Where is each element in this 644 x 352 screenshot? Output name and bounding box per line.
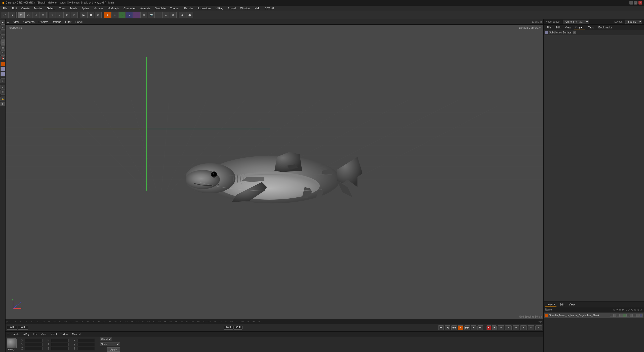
tab-layers[interactable]: Layers <box>545 302 556 306</box>
vp-menu-options[interactable]: Options <box>51 20 62 23</box>
tab-bookmarks[interactable]: Bookmarks <box>597 25 614 29</box>
layerkey-button[interactable]: ⊟ <box>513 325 519 330</box>
scale-x-input[interactable] <box>77 339 95 342</box>
layer-icon-e[interactable] <box>636 314 639 317</box>
menu-vray[interactable]: V-Ray <box>214 6 225 10</box>
record-button[interactable]: ● <box>487 325 491 330</box>
tool-stack[interactable]: ☰ <box>1 90 5 95</box>
render-view[interactable]: ▶ <box>80 12 87 18</box>
rotate-tool-button[interactable]: ↺ <box>32 12 39 18</box>
tab-create[interactable]: Create <box>11 333 20 336</box>
menu-character[interactable]: Character <box>122 6 138 10</box>
tool-magnet[interactable]: 🧲 <box>1 55 5 60</box>
tool-live-select[interactable]: ⊡ <box>1 40 5 45</box>
menu-simulate[interactable]: Simulate <box>153 6 168 10</box>
menu-tools[interactable]: Tools <box>57 6 68 10</box>
layer-icon-g[interactable] <box>630 314 633 317</box>
menu-help[interactable]: Help <box>253 6 262 10</box>
goto-start-button[interactable]: ⏮ <box>438 325 444 330</box>
tool-s2[interactable]: S <box>1 67 5 71</box>
autokey-button[interactable]: ⊞ <box>520 325 527 330</box>
play-fast-forward-button[interactable]: ▶▶ <box>464 325 470 330</box>
vp-menu-view[interactable]: View <box>12 20 20 23</box>
vp-menu-filter[interactable]: Filter <box>64 20 72 23</box>
rot-b-input[interactable] <box>51 347 69 350</box>
motion-path-button[interactable]: ⊡ <box>505 325 512 330</box>
tool-target[interactable]: ⊕ <box>1 102 5 106</box>
goto-end-button[interactable]: ⏭ <box>477 325 483 330</box>
minimize-button[interactable]: — <box>629 1 633 5</box>
undo-button[interactable]: ↩ <box>1 12 8 18</box>
current-frame-input-2[interactable] <box>18 326 28 330</box>
motion-record-button[interactable]: ⊙ <box>498 325 504 330</box>
tab-file[interactable]: File <box>545 25 553 29</box>
render-active[interactable]: ◼ <box>87 12 94 18</box>
timeline-button[interactable]: ⊠ <box>528 325 534 330</box>
menu-3dtoai[interactable]: 3DToAI <box>263 6 276 10</box>
move-tool-button[interactable]: ⊕ <box>18 12 25 18</box>
tab-vray[interactable]: V-Ray <box>22 333 30 336</box>
tab-select-mat[interactable]: Select <box>49 333 58 336</box>
layer-icon-d[interactable] <box>633 314 636 317</box>
scale-dropdown[interactable]: Scale <box>100 342 120 346</box>
tool-rect-select[interactable]: ▤ <box>1 45 5 50</box>
tool-s1[interactable]: S <box>1 62 5 66</box>
tab-layers-view[interactable]: View <box>567 302 576 306</box>
mode-edge[interactable]: Z <box>63 12 70 18</box>
vp-menu-cameras[interactable]: Cameras <box>22 20 36 23</box>
mode-point[interactable]: Y <box>56 12 63 18</box>
transform-tool-button[interactable]: ⬡ <box>39 12 47 18</box>
effector-button[interactable]: ∿ <box>126 12 133 18</box>
menu-edit[interactable]: Edit <box>10 6 19 10</box>
menu-window[interactable]: Window <box>238 6 252 10</box>
layer-icon-m[interactable] <box>620 314 623 317</box>
menu-file[interactable]: File <box>1 6 10 10</box>
scene-button[interactable]: ⬤ <box>186 12 193 18</box>
rot-h-input[interactable] <box>51 339 69 342</box>
tool-move[interactable]: ✛ <box>1 25 5 30</box>
viewport[interactable]: Perspective Default Camera ** <box>6 25 543 319</box>
menu-create[interactable]: Create <box>19 6 32 10</box>
mode-object[interactable]: X <box>49 12 56 18</box>
render-settings[interactable]: ⚙ <box>95 12 102 18</box>
maximize-button[interactable]: □ <box>634 1 637 5</box>
tab-material[interactable]: Material <box>71 333 82 336</box>
prev-frame-button[interactable]: ◀ <box>445 325 450 330</box>
generator-button[interactable]: ⋯ <box>133 12 140 18</box>
apply-button[interactable]: Apply <box>107 347 120 352</box>
camera-button[interactable]: 📷 <box>148 12 155 18</box>
pos-x-input[interactable] <box>25 339 43 342</box>
tool-loop[interactable]: ⊛ <box>1 50 5 55</box>
tab-object[interactable]: Object <box>574 25 585 29</box>
menu-select[interactable]: Select <box>45 6 57 10</box>
nurbs-button[interactable]: ∩ <box>111 12 118 18</box>
menu-spline[interactable]: Spline <box>79 6 91 10</box>
tool-lock[interactable]: 🔒 <box>1 97 5 101</box>
menu-arnold[interactable]: Arnold <box>226 6 238 10</box>
tool-s3[interactable]: S <box>1 72 5 76</box>
frame-display-2[interactable] <box>233 326 243 330</box>
current-frame-input[interactable] <box>7 326 17 330</box>
material-item[interactable]: mako_1 <box>7 338 17 351</box>
frame-display-1[interactable] <box>224 326 233 330</box>
tool-brush[interactable]: ⊙ <box>1 78 5 83</box>
tab-edit[interactable]: Edit <box>554 25 562 29</box>
node-space-select[interactable]: Current (V-Ray) <box>563 20 589 24</box>
deform-button[interactable]: ~ <box>118 12 126 18</box>
scale-z-input[interactable] <box>77 347 95 350</box>
menu-mesh[interactable]: Mesh <box>68 6 79 10</box>
menu-animate[interactable]: Animate <box>138 6 152 10</box>
close-button[interactable]: ✕ <box>638 1 642 5</box>
next-frame-button[interactable]: ▶ <box>471 325 476 330</box>
layer-icon-v[interactable] <box>613 314 616 317</box>
play-forward-button[interactable]: ▶ <box>458 325 463 330</box>
layer-icon-a[interactable] <box>626 314 629 317</box>
material-thumbnail[interactable] <box>7 338 17 348</box>
tag-button[interactable]: 🏷 <box>170 12 177 18</box>
layer-icon-r[interactable] <box>617 314 620 317</box>
layout-select[interactable]: Startup <box>625 20 642 24</box>
layer-icon-s[interactable] <box>610 314 613 317</box>
tab-view-mat[interactable]: View <box>40 333 47 336</box>
pos-z-input[interactable] <box>25 347 43 350</box>
layer-icon-x[interactable] <box>639 314 642 317</box>
